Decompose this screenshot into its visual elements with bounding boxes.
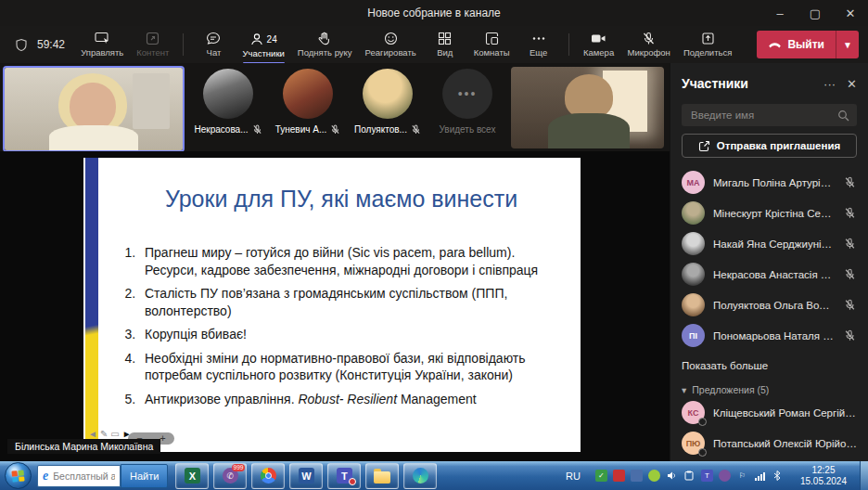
participant-row[interactable]: Некрасова Анастасія Анатоліївна — [670, 259, 868, 290]
antivirus-tray-icon[interactable] — [613, 470, 625, 482]
send-invite-button[interactable]: Отправка приглашения — [682, 134, 857, 158]
shared-content-stage: Уроки для ПУ, які маємо винести Прагнеш … — [0, 151, 670, 461]
search-icon — [837, 110, 849, 122]
avatar: МА — [682, 171, 705, 194]
presenter-name-label: Білинська Марина Миколаївна — [7, 439, 160, 454]
action-center-flag-icon[interactable]: ⚐ — [736, 470, 748, 482]
language-indicator[interactable]: RU — [566, 471, 581, 482]
panel-more-icon[interactable]: ··· — [823, 77, 836, 91]
avatar — [203, 69, 253, 119]
suggestions-section-header[interactable]: ▾ Предложения (5) — [670, 375, 868, 397]
content-button: Контент — [130, 29, 175, 59]
taskbar-search-text: Бесплатный ар... — [53, 471, 115, 482]
search-input[interactable] — [689, 109, 837, 122]
device-tray-icon[interactable]: ✓ — [595, 470, 607, 482]
caret-down-icon: ▾ — [682, 384, 686, 395]
word-taskbar-button[interactable]: W — [289, 463, 323, 489]
chrome-icon — [261, 468, 276, 484]
show-more-link[interactable]: Показать больше — [670, 351, 868, 375]
leave-button[interactable]: Выйти ▼ — [757, 31, 859, 58]
more-button[interactable]: Еще — [517, 29, 561, 59]
mic-muted-icon — [844, 329, 857, 342]
view-button[interactable]: Вид — [423, 29, 467, 59]
raise-hand-button[interactable]: Поднять руку — [291, 29, 359, 59]
participant-search[interactable] — [682, 104, 857, 126]
participant-row[interactable]: Мінескурт Крістіна Сергіївна — [670, 198, 868, 228]
teams-tray-icon[interactable]: T — [701, 470, 713, 482]
show-desktop-button[interactable] — [860, 461, 868, 490]
participant-tile[interactable]: Туневич А... — [274, 67, 341, 148]
network-tray-icon[interactable] — [754, 470, 766, 482]
camera-button[interactable]: Камера — [577, 29, 621, 59]
mic-muted-icon — [252, 124, 262, 135]
mic-muted-icon — [844, 268, 857, 280]
panel-close-icon[interactable]: ✕ — [847, 77, 857, 91]
react-button[interactable]: Реагировать — [359, 29, 423, 59]
mic-muted-icon — [411, 124, 421, 135]
attendee-video-tile[interactable] — [511, 67, 664, 148]
mic-muted-icon — [330, 124, 340, 135]
suggestion-row[interactable]: ПЮ Потапський Олексій Юрійович — [670, 428, 868, 458]
participant-list: МА Мигаль Поліна Артурівна Мінескурт Крі… — [670, 167, 868, 351]
meeting-timer: 59:42 — [37, 38, 65, 51]
ie-icon: e — [43, 469, 48, 484]
presenter-video-feed — [5, 68, 183, 150]
viber-tray-icon[interactable] — [719, 470, 731, 482]
display-tray-icon[interactable] — [631, 470, 643, 482]
minimize-icon[interactable]: – — [762, 0, 798, 26]
bluetooth-tray-icon[interactable] — [772, 470, 784, 482]
presenter-video-tile[interactable] — [3, 66, 185, 152]
participant-row[interactable]: ПІ Пономарьова Наталя Іванівна — [670, 320, 868, 351]
mic-muted-icon — [844, 207, 857, 219]
avatar: ПЮ — [682, 432, 705, 455]
edge-icon — [413, 468, 428, 484]
slide-item: Антикризове управління. Robust- Resilien… — [139, 391, 558, 408]
windows-logo-icon — [11, 470, 24, 482]
manage-button[interactable]: Управлять — [74, 29, 130, 59]
see-everyone-tile[interactable]: ••• Увидеть всех — [434, 67, 501, 148]
attendee-video-feed — [511, 67, 664, 148]
video-filmstrip: Некрасова... Туневич А... Полуяктов... — [0, 63, 670, 151]
participant-row[interactable]: Накай Яна Серджиунівна — [670, 228, 868, 259]
time: 12:25 — [800, 465, 847, 476]
excel-icon: X — [185, 468, 200, 484]
participants-count: 24 — [267, 34, 277, 45]
participant-tile[interactable]: Полуяктов... — [354, 67, 421, 148]
slideshow-controls[interactable]: ◄ ✎ ▭ ► — [88, 429, 132, 439]
mic-muted-button[interactable]: Микрофон — [621, 29, 677, 59]
start-button[interactable] — [5, 462, 32, 489]
participants-panel: Участники ··· ✕ Отправка приглашения МА … — [670, 63, 868, 461]
viber-taskbar-button[interactable]: ✆999 — [213, 463, 247, 489]
share-button[interactable]: Поделиться — [677, 29, 738, 59]
teams-taskbar-button[interactable]: T — [327, 463, 361, 489]
slide-item: Сталість ПУ пов’язана з громадянським су… — [139, 285, 558, 319]
participant-row[interactable]: МА Мигаль Поліна Артурівна — [670, 167, 868, 198]
taskbar-search[interactable]: e Бесплатный ар... Найти — [37, 466, 168, 486]
slide-item: Прагнеш миру – готуйся до війни (Sic vis… — [139, 244, 558, 278]
slide-panel-icon[interactable]: ▭ — [110, 429, 119, 439]
taskbar-clock[interactable]: 12:25 15.05.2024 — [800, 465, 847, 486]
rooms-button[interactable]: Комнаты — [467, 29, 517, 59]
close-icon[interactable]: ✕ — [833, 0, 868, 26]
explorer-taskbar-button[interactable] — [365, 463, 399, 489]
chat-button[interactable]: Чат — [191, 29, 236, 59]
meeting-toolbar: 59:42 Управлять Контент Чат 24 Учас — [0, 26, 868, 64]
chrome-taskbar-button[interactable] — [251, 463, 285, 489]
find-button[interactable]: Найти — [121, 464, 168, 488]
volume-tray-icon[interactable] — [666, 470, 678, 482]
maximize-icon[interactable]: ▢ — [798, 0, 833, 26]
participants-button[interactable]: 24 Участники — [236, 29, 290, 60]
avatar: ПІ — [682, 324, 705, 347]
participant-row[interactable]: Полуяктова Ольга Володимирі... — [670, 290, 868, 320]
update-tray-icon[interactable] — [648, 470, 660, 482]
suggestion-row[interactable]: КС Кліщевський Роман Сергійович — [670, 397, 868, 428]
excel-taskbar-button[interactable]: X — [175, 463, 209, 489]
clipboard-tray-icon[interactable] — [683, 470, 696, 482]
pen-icon[interactable]: ✎ — [100, 429, 108, 439]
leave-dropdown-chevron-icon[interactable]: ▼ — [836, 31, 859, 58]
prev-slide-icon[interactable]: ◄ — [88, 429, 97, 439]
slide-item: Корупція вбиває! — [139, 326, 558, 343]
edge-taskbar-button[interactable] — [403, 463, 437, 489]
shield-icon — [15, 38, 28, 52]
participant-tile[interactable]: Некрасова... — [195, 67, 262, 148]
